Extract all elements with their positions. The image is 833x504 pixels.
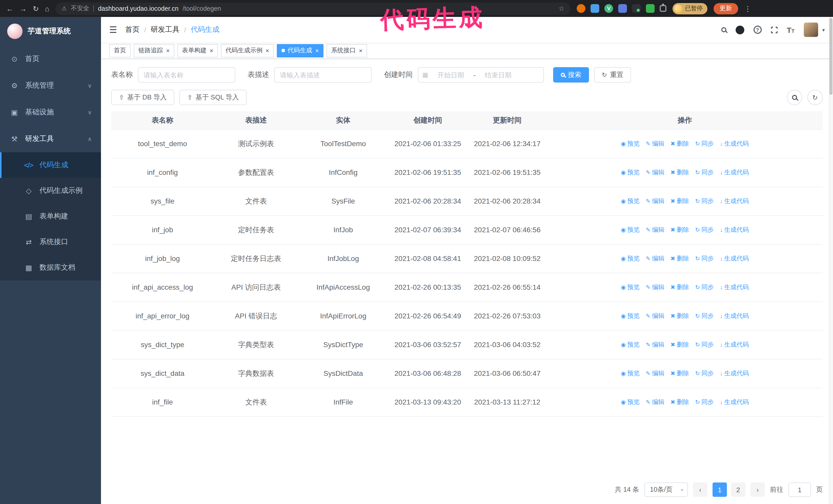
row-action-edit[interactable]: ✎编辑 [646,283,664,292]
row-action-preview[interactable]: ◉预览 [621,168,640,177]
goto-page-input[interactable] [788,482,811,497]
row-action-generate[interactable]: ↓生成代码 [720,168,749,177]
security-label[interactable]: 不安全 [71,4,89,13]
sidebar-item-system[interactable]: ⚙系统管理∨ [0,72,101,99]
row-action-preview[interactable]: ◉预览 [621,254,640,264]
extension-icon-4[interactable] [618,4,627,13]
tab-api[interactable]: 系统接口× [327,44,367,57]
row-action-generate[interactable]: ↓生成代码 [720,196,749,206]
sidebar-toggle-icon[interactable]: ☰ [109,24,117,35]
extension-icon-2[interactable] [591,4,599,13]
sidebar-item-api[interactable]: ⇄系统接口 [0,229,101,255]
url-domain[interactable]: dashboard.yudao.iocoder.cn [98,5,178,12]
profile-paused-chip[interactable]: 已暂停 [672,3,707,14]
row-action-edit[interactable]: ✎编辑 [646,254,664,264]
row-action-sync[interactable]: ↻同步 [695,283,714,292]
row-action-generate[interactable]: ↓生成代码 [720,225,749,235]
sidebar-item-codegen[interactable]: </>代码生成 [0,152,101,178]
user-avatar[interactable] [804,23,818,37]
scrollbar[interactable] [829,17,833,504]
avatar-caret-down-icon[interactable]: ▾ [822,27,825,32]
tab-form-build[interactable]: 表单构建× [177,44,218,57]
extension-icon-1[interactable] [577,4,586,13]
tab-home[interactable]: 首页 [109,44,131,57]
fullscreen-icon[interactable] [771,26,777,33]
extensions-puzzle-icon[interactable] [660,5,666,12]
page-size-select[interactable]: 10条/页 ▾ [644,482,688,497]
row-action-preview[interactable]: ◉预览 [621,311,640,321]
extension-icon-6[interactable] [646,4,654,13]
sidebar-item-form-build[interactable]: ▤表单构建 [0,203,101,229]
row-action-preview[interactable]: ◉预览 [621,340,640,350]
row-action-sync[interactable]: ↻同步 [695,311,714,321]
tab-codegen[interactable]: 代码生成× [277,44,324,57]
tab-trace[interactable]: 链路追踪× [134,44,174,57]
row-action-delete[interactable]: ✖删除 [670,196,689,206]
toggle-search-button[interactable] [787,90,802,105]
sidebar-item-infra[interactable]: ▣基础设施∨ [0,99,101,126]
font-size-icon[interactable]: TT [787,25,794,34]
row-action-edit[interactable]: ✎编辑 [646,196,664,206]
row-action-generate[interactable]: ↓生成代码 [720,340,749,350]
help-icon[interactable]: ? [753,26,761,34]
bookmark-star-icon[interactable]: ☆ [558,5,564,12]
search-button[interactable]: 搜索 [553,67,589,82]
chrome-update-button[interactable]: 更新 [713,3,738,14]
close-icon[interactable]: × [210,47,213,54]
sidebar-item-db-doc[interactable]: ▦数据库文档 [0,255,101,281]
row-action-preview[interactable]: ◉预览 [621,196,640,206]
row-action-delete[interactable]: ✖删除 [670,283,689,292]
row-action-edit[interactable]: ✎编辑 [646,369,664,378]
close-icon[interactable]: × [315,47,319,54]
row-action-edit[interactable]: ✎编辑 [646,398,664,407]
tab-codegen-example[interactable]: 代码生成示例× [221,44,274,57]
start-date-input[interactable] [430,71,471,79]
chrome-menu-icon[interactable]: ⋮ [744,4,751,13]
scrollbar-thumb[interactable] [829,18,832,95]
row-action-preview[interactable]: ◉预览 [621,225,640,235]
back-icon[interactable]: ← [6,5,13,12]
row-action-delete[interactable]: ✖删除 [670,139,689,149]
row-action-delete[interactable]: ✖删除 [670,225,689,235]
row-action-sync[interactable]: ↻同步 [695,254,714,264]
row-action-generate[interactable]: ↓生成代码 [720,311,749,321]
prev-page-button[interactable]: ‹ [693,482,708,497]
breadcrumb-item[interactable]: 研发工具 [151,25,180,34]
import-db-button[interactable]: ⇧基于 DB 导入 [111,90,174,105]
row-action-sync[interactable]: ↻同步 [695,398,714,407]
row-action-sync[interactable]: ↻同步 [695,196,714,206]
row-action-edit[interactable]: ✎编辑 [646,225,664,235]
sidebar-item-devtools[interactable]: ⚒研发工具∧ [0,126,101,152]
row-action-sync[interactable]: ↻同步 [695,168,714,177]
row-action-preview[interactable]: ◉预览 [621,369,640,378]
reset-button[interactable]: ↻重置 [594,67,631,82]
close-icon[interactable]: × [265,47,269,54]
row-action-delete[interactable]: ✖删除 [670,340,689,350]
row-action-delete[interactable]: ✖删除 [670,311,689,321]
close-icon[interactable]: × [166,47,170,54]
row-action-edit[interactable]: ✎编辑 [646,311,664,321]
row-action-sync[interactable]: ↻同步 [695,369,714,378]
row-action-sync[interactable]: ↻同步 [695,225,714,235]
table-name-input[interactable] [138,67,235,82]
sidebar-item-home[interactable]: ⊙首页 [0,46,101,72]
row-action-delete[interactable]: ✖删除 [670,398,689,407]
row-action-delete[interactable]: ✖删除 [670,369,689,378]
table-desc-input[interactable] [274,67,372,82]
reload-icon[interactable]: ↻ [33,5,39,12]
refresh-table-button[interactable]: ↻ [807,90,823,105]
github-icon[interactable] [735,25,744,34]
home-icon[interactable]: ⌂ [45,5,49,12]
forward-icon[interactable]: → [20,5,27,12]
row-action-delete[interactable]: ✖删除 [670,254,689,264]
row-action-generate[interactable]: ↓生成代码 [720,369,749,378]
next-page-button[interactable]: › [751,482,765,497]
end-date-input[interactable] [477,71,519,79]
row-action-sync[interactable]: ↻同步 [695,139,714,149]
extension-icon-5[interactable] [632,4,641,13]
page-button-2[interactable]: 2 [731,482,745,497]
breadcrumb-item[interactable]: 首页 [125,25,140,34]
vue-devtools-icon[interactable]: V [604,4,613,13]
import-sql-button[interactable]: ⇧基于 SQL 导入 [180,90,247,105]
row-action-generate[interactable]: ↓生成代码 [720,254,749,264]
